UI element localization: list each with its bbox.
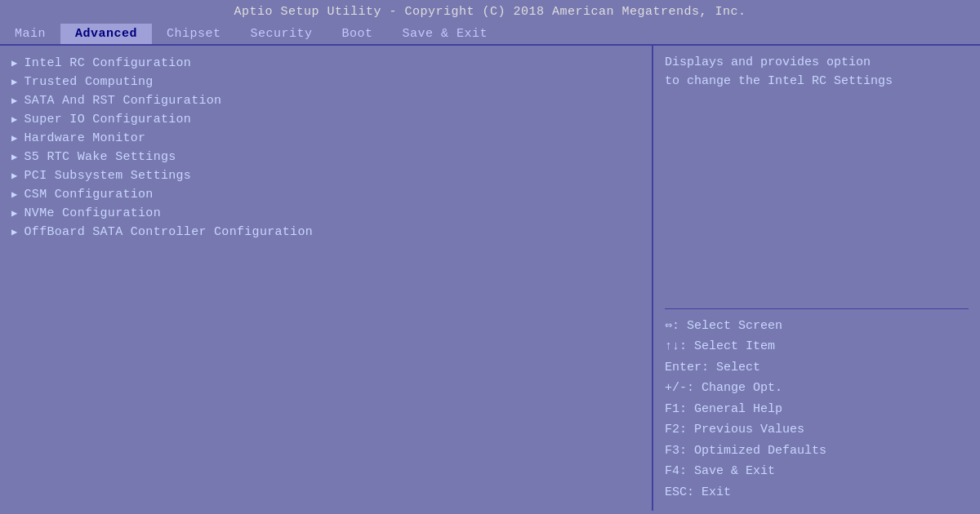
title-bar: Aptio Setup Utility - Copyright (C) 2018… <box>0 0 980 22</box>
right-panel: Displays and provides option to change t… <box>653 46 980 511</box>
menu-item-7[interactable]: ▶CSM Configuration <box>7 185 645 204</box>
menu-item-1[interactable]: ▶Trusted Computing <box>7 73 645 91</box>
nav-item-chipset[interactable]: Chipset <box>152 24 236 44</box>
keymap-line-8: ESC: Exit <box>665 482 969 503</box>
keymap-line-2: Enter: Select <box>665 357 969 379</box>
menu-item-label: OffBoard SATA Controller Configuration <box>24 225 313 239</box>
menu-arrow-icon: ▶ <box>11 76 18 88</box>
menu-arrow-icon: ▶ <box>11 132 18 144</box>
menu-item-label: Intel RC Configuration <box>24 56 192 70</box>
menu-arrow-icon: ▶ <box>11 170 18 182</box>
nav-item-save---exit[interactable]: Save & Exit <box>388 24 503 44</box>
help-line2: to change the Intel RC Settings <box>665 73 969 91</box>
menu-item-label: Trusted Computing <box>24 75 154 89</box>
nav-item-boot[interactable]: Boot <box>327 24 388 44</box>
menu-arrow-icon: ▶ <box>11 207 18 219</box>
nav-bar: MainAdvancedChipsetSecurityBootSave & Ex… <box>0 22 980 44</box>
menu-item-label: Super IO Configuration <box>24 113 192 126</box>
keymap-line-6: F3: Optimized Defaults <box>665 441 969 462</box>
keymap-line-4: F1: General Help <box>665 399 969 420</box>
menu-arrow-icon: ▶ <box>11 57 18 69</box>
help-line1: Displays and provides option <box>665 54 969 73</box>
menu-arrow-icon: ▶ <box>11 95 18 107</box>
menu-item-3[interactable]: ▶Super IO Configuration <box>7 110 645 129</box>
keymap-line-3: +/-: Change Opt. <box>665 378 969 399</box>
menu-item-5[interactable]: ▶S5 RTC Wake Settings <box>7 148 645 166</box>
menu-item-label: NVMe Configuration <box>24 206 161 220</box>
keymap-line-7: F4: Save & Exit <box>665 461 969 482</box>
nav-item-advanced[interactable]: Advanced <box>60 24 152 44</box>
menu-arrow-icon: ▶ <box>11 113 18 126</box>
key-help: ⇔: Select Screen↑↓: Select ItemEnter: Se… <box>665 316 969 503</box>
menu-item-2[interactable]: ▶SATA And RST Configuration <box>7 91 645 110</box>
title-text: Aptio Setup Utility - Copyright (C) 2018… <box>234 5 746 19</box>
menu-item-label: PCI Subsystem Settings <box>24 169 192 183</box>
left-panel: ▶Intel RC Configuration▶Trusted Computin… <box>0 46 653 511</box>
menu-item-0[interactable]: ▶Intel RC Configuration <box>7 54 645 73</box>
menu-item-8[interactable]: ▶NVMe Configuration <box>7 204 645 223</box>
content-area: ▶Intel RC Configuration▶Trusted Computin… <box>0 44 980 511</box>
menu-item-6[interactable]: ▶PCI Subsystem Settings <box>7 166 645 185</box>
keymap-line-0: ⇔: Select Screen <box>665 316 969 337</box>
nav-item-security[interactable]: Security <box>236 24 327 44</box>
menu-item-label: Hardware Monitor <box>24 131 146 145</box>
menu-arrow-icon: ▶ <box>11 151 18 163</box>
menu-item-4[interactable]: ▶Hardware Monitor <box>7 129 645 148</box>
menu-arrow-icon: ▶ <box>11 226 18 238</box>
keymap-line-5: F2: Previous Values <box>665 419 969 441</box>
menu-arrow-icon: ▶ <box>11 188 18 201</box>
nav-item-main[interactable]: Main <box>0 24 60 44</box>
divider <box>665 308 969 309</box>
menu-item-9[interactable]: ▶OffBoard SATA Controller Configuration <box>7 223 645 241</box>
menu-item-label: SATA And RST Configuration <box>24 94 222 108</box>
menu-item-label: CSM Configuration <box>24 188 154 202</box>
keymap-line-1: ↑↓: Select Item <box>665 336 969 357</box>
menu-item-label: S5 RTC Wake Settings <box>24 150 176 164</box>
help-text: Displays and provides option to change t… <box>665 54 969 302</box>
